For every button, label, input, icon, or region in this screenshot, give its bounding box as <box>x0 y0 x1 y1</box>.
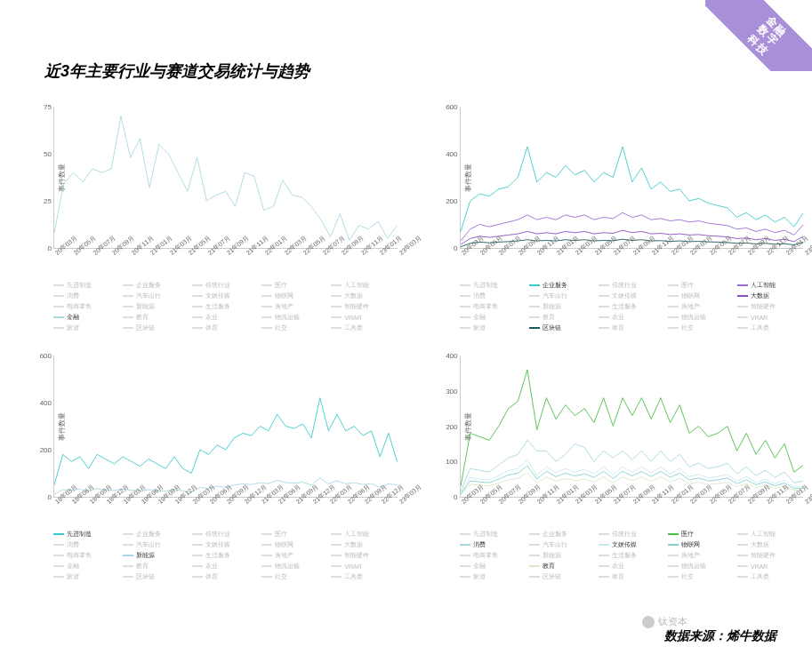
legend-item[interactable]: 医疗 <box>668 530 734 539</box>
legend-item[interactable]: 物联网 <box>261 540 327 549</box>
legend-item[interactable]: 人工智能 <box>331 530 397 539</box>
legend-item[interactable]: 智能硬件 <box>737 302 803 311</box>
legend-item[interactable]: 智能硬件 <box>331 551 397 560</box>
legend-item[interactable]: 新能源 <box>123 551 189 560</box>
legend-item[interactable]: 物联网 <box>261 292 327 300</box>
legend-item[interactable]: 人工智能 <box>737 530 803 539</box>
legend-item[interactable]: 体育 <box>599 572 664 581</box>
legend-item[interactable]: 大数据 <box>331 540 397 549</box>
legend-item[interactable]: 房地产 <box>261 551 327 560</box>
legend-item[interactable]: 先进制造 <box>460 530 526 539</box>
legend-item[interactable]: 工具类 <box>331 324 397 332</box>
legend-item[interactable]: 教育 <box>123 562 189 571</box>
legend-item[interactable]: 教育 <box>529 313 595 322</box>
legend-item[interactable]: 农业 <box>599 313 664 322</box>
legend-item[interactable]: 物流运输 <box>261 562 327 571</box>
legend-item[interactable]: 房地产 <box>668 302 734 311</box>
legend-item[interactable]: 物流运输 <box>261 313 327 322</box>
legend-item[interactable]: 先进制造 <box>460 281 526 290</box>
legend-item[interactable]: 消费 <box>53 540 119 549</box>
legend-item[interactable]: 智能硬件 <box>331 302 397 311</box>
legend-item[interactable]: 生活服务 <box>192 302 258 311</box>
legend-item[interactable]: 汽车出行 <box>529 540 595 549</box>
legend-item[interactable]: 物联网 <box>668 292 734 300</box>
legend-item[interactable]: 人工智能 <box>331 281 397 290</box>
legend-item[interactable]: 汽车出行 <box>529 292 595 300</box>
legend-item[interactable]: 物流运输 <box>668 562 734 571</box>
legend-item[interactable]: 工具类 <box>331 572 397 581</box>
legend-item[interactable]: 企业服务 <box>529 281 595 290</box>
legend-item[interactable]: 体育 <box>599 324 664 332</box>
legend-item[interactable]: 金融 <box>53 313 119 322</box>
legend-item[interactable]: 体育 <box>192 572 258 581</box>
legend-item[interactable]: 工具类 <box>737 572 803 581</box>
legend-item[interactable]: 先进制造 <box>53 281 119 290</box>
legend-item[interactable]: 传统行业 <box>192 530 258 539</box>
legend-item[interactable]: 房地产 <box>668 551 734 560</box>
legend-item[interactable]: 传统行业 <box>599 281 664 290</box>
legend-item[interactable]: 人工智能 <box>737 281 803 290</box>
legend-item[interactable]: 体育 <box>192 324 258 332</box>
legend-item[interactable]: 大数据 <box>737 292 803 300</box>
legend-item[interactable]: 生活服务 <box>599 551 664 560</box>
legend-item[interactable]: 社交 <box>261 324 327 332</box>
legend-item[interactable]: 大数据 <box>737 540 803 549</box>
legend-item[interactable]: 消费 <box>53 292 119 300</box>
legend-item[interactable]: 旅游 <box>53 572 119 581</box>
legend-item[interactable]: 消费 <box>460 292 526 300</box>
legend-item[interactable]: 金融 <box>53 562 119 571</box>
legend-item[interactable]: 大数据 <box>331 292 397 300</box>
legend-item[interactable]: 医疗 <box>261 281 327 290</box>
legend-item[interactable]: 教育 <box>529 562 595 571</box>
legend-item[interactable]: 房地产 <box>261 302 327 311</box>
legend-item[interactable]: 物联网 <box>668 540 734 549</box>
legend-item[interactable]: 物流运输 <box>668 313 734 322</box>
legend-item[interactable]: 工具类 <box>737 324 803 332</box>
legend-item[interactable]: VRAR <box>737 562 803 571</box>
legend-item[interactable]: 企业服务 <box>123 281 189 290</box>
legend-item[interactable]: 新能源 <box>529 302 595 311</box>
legend-item[interactable]: 农业 <box>599 562 664 571</box>
legend-item[interactable]: 智能硬件 <box>737 551 803 560</box>
legend-item[interactable]: 旅游 <box>53 324 119 332</box>
legend-item[interactable]: 区块链 <box>123 572 189 581</box>
legend-item[interactable]: 消费 <box>460 540 526 549</box>
legend-item[interactable]: 传统行业 <box>192 281 258 290</box>
legend-item[interactable]: 新能源 <box>123 302 189 311</box>
legend-item[interactable]: 生活服务 <box>192 551 258 560</box>
legend-item[interactable]: 电商零售 <box>460 551 526 560</box>
legend-item[interactable]: 金融 <box>460 562 526 571</box>
legend-item[interactable]: 企业服务 <box>123 530 189 539</box>
legend-item[interactable]: 文娱传媒 <box>192 540 258 549</box>
legend-item[interactable]: 电商零售 <box>53 551 119 560</box>
legend-item[interactable]: 先进制造 <box>53 530 119 539</box>
legend-item[interactable]: 金融 <box>460 313 526 322</box>
legend-item[interactable]: 区块链 <box>123 324 189 332</box>
legend-item[interactable]: 医疗 <box>261 530 327 539</box>
legend-item[interactable]: 社交 <box>261 572 327 581</box>
legend-item[interactable]: 社交 <box>668 572 734 581</box>
legend-item[interactable]: 文娱传媒 <box>599 292 664 300</box>
legend-item[interactable]: 区块链 <box>529 324 595 332</box>
legend-item[interactable]: 汽车出行 <box>123 292 189 300</box>
legend-item[interactable]: 电商零售 <box>53 302 119 311</box>
legend-item[interactable]: 汽车出行 <box>123 540 189 549</box>
legend-item[interactable]: 农业 <box>192 562 258 571</box>
legend-item[interactable]: 文娱传媒 <box>192 292 258 300</box>
legend-item[interactable]: VRAR <box>331 562 397 571</box>
legend-item[interactable]: 文娱传媒 <box>599 540 664 549</box>
legend-item[interactable]: 区块链 <box>529 572 595 581</box>
legend-item[interactable]: VRAR <box>331 313 397 322</box>
legend-item[interactable]: 医疗 <box>668 281 734 290</box>
legend-item[interactable]: 传统行业 <box>599 530 664 539</box>
legend-item[interactable]: 电商零售 <box>460 302 526 311</box>
legend-item[interactable]: 社交 <box>668 324 734 332</box>
legend-item[interactable]: 旅游 <box>460 572 526 581</box>
legend-item[interactable]: 新能源 <box>529 551 595 560</box>
legend-item[interactable]: 教育 <box>123 313 189 322</box>
legend-item[interactable]: 农业 <box>192 313 258 322</box>
legend-item[interactable]: 生活服务 <box>599 302 664 311</box>
legend-item[interactable]: 企业服务 <box>529 530 595 539</box>
legend-item[interactable]: 旅游 <box>460 324 526 332</box>
legend-item[interactable]: VRAR <box>737 313 803 322</box>
